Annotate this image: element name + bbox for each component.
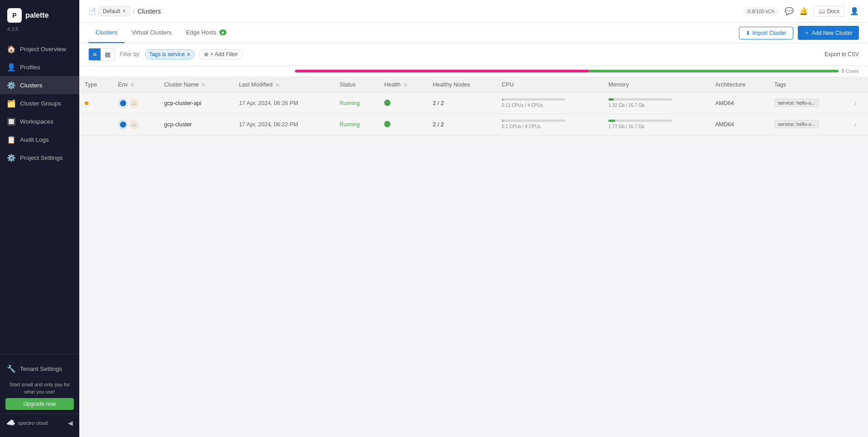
breadcrumb: 📄 Default ▼ / Clusters [88, 6, 738, 16]
topbar-actions: 0.8/100 kCh 💬 🔔 📖 Docs 👤 [743, 6, 859, 17]
workspace-label: Default [103, 8, 120, 14]
sidebar-nav: 🏠 Project Overview 👤 Profiles ⚙️ Cluster… [0, 36, 79, 354]
spectro-logo-icon: ☁️ [6, 418, 15, 427]
sidebar-item-label: Project Overview [20, 46, 66, 53]
breadcrumb-separator: / [133, 8, 135, 14]
sidebar-item-label: Audit Logs [20, 136, 49, 143]
sidebar-item-project-settings[interactable]: ⚙️ Project Settings [0, 149, 79, 167]
chevron-down-icon: ▼ [122, 9, 126, 14]
sidebar-item-audit-logs[interactable]: 📋 Audit Logs [0, 130, 79, 149]
tenant-settings-icon: 🔧 [7, 365, 15, 373]
filter-tag-text: Tags is service [149, 51, 185, 58]
sidebar-upgrade: Start small and only pay for what you us… [5, 381, 74, 410]
audit-logs-icon: 📋 [7, 135, 15, 144]
app-logo-icon: P [7, 8, 22, 23]
import-icon: ⬇ [746, 30, 750, 36]
main-content: 📄 Default ▼ / Clusters 0.8/100 kCh 💬 🔔 📖… [79, 0, 868, 437]
filter-bar: ≡ ▦ Filter by: Tags is service × ⊕ + Add… [79, 43, 868, 66]
export-csv-button[interactable]: Export to CSV [825, 51, 859, 58]
tab-virtual-clusters-label: Virtual Clusters [132, 29, 172, 36]
list-view-button[interactable]: ≡ [89, 48, 101, 60]
view-toggle: ≡ ▦ [88, 48, 115, 61]
sidebar-footer: ☁️ spectro cloud ◀ [0, 413, 79, 432]
profiles-icon: 👤 [7, 63, 15, 71]
plus-icon: ＋ [804, 29, 810, 37]
chat-icon[interactable]: 💬 [785, 7, 794, 15]
resource-available-fill [588, 70, 839, 72]
sidebar-item-label: Project Settings [20, 154, 63, 161]
sidebar-item-clusters[interactable]: ⚙️ Clusters [0, 76, 79, 94]
tab-edge-hosts-label: Edge Hosts [186, 29, 217, 36]
upgrade-text: Start small and only pay for what you us… [5, 381, 74, 395]
resource-bar-track [295, 70, 839, 72]
app-version: 4.3.6 [0, 25, 79, 36]
tabs: Clusters Virtual Clusters Edge Hosts ● [88, 23, 234, 43]
resource-used-fill [295, 70, 588, 72]
sidebar-logo: P palette [0, 0, 79, 25]
project-overview-icon: 🏠 [7, 45, 15, 53]
resource-cores-label: 8 Cores [841, 68, 859, 74]
sidebar-item-project-overview[interactable]: 🏠 Project Overview [0, 40, 79, 58]
add-filter-button[interactable]: ⊕ + Add Filter [199, 49, 243, 59]
sidebar-item-label: Clusters [20, 82, 43, 89]
clusters-icon: ⚙️ [7, 81, 15, 89]
project-settings-icon: ⚙️ [7, 154, 15, 162]
add-filter-icon: ⊕ [204, 51, 208, 58]
sidebar-item-tenant-settings[interactable]: 🔧 Tenant Settings [0, 360, 79, 378]
grid-view-button[interactable]: ▦ [101, 48, 115, 60]
filter-by-label: Filter by: [120, 51, 140, 58]
upgrade-button[interactable]: Upgrade now [5, 398, 74, 410]
breadcrumb-workspace[interactable]: Default ▼ [99, 6, 130, 16]
edge-hosts-badge: ● [219, 29, 227, 35]
docs-icon: 📖 [819, 8, 825, 14]
workspaces-icon: 🔲 [7, 117, 15, 125]
sidebar-bottom: 🔧 Tenant Settings Start small and only p… [0, 354, 79, 437]
breadcrumb-current: Clusters [138, 8, 161, 15]
docs-button[interactable]: 📖 Docs [814, 6, 844, 17]
cluster-groups-icon: 🗂️ [7, 99, 15, 107]
breadcrumb-file-icon: 📄 [88, 8, 96, 15]
sidebar-item-label: Tenant Settings [20, 365, 62, 372]
tabs-bar: Clusters Virtual Clusters Edge Hosts ● ⬇… [79, 23, 868, 43]
sidebar-item-workspaces[interactable]: 🔲 Workspaces [0, 112, 79, 130]
collapse-sidebar-button[interactable]: ◀ [68, 419, 73, 427]
sidebar-item-label: Workspaces [20, 118, 53, 125]
topbar: 📄 Default ▼ / Clusters 0.8/100 kCh 💬 🔔 📖… [79, 0, 868, 23]
bell-icon[interactable]: 🔔 [799, 7, 808, 15]
tab-clusters-label: Clusters [96, 29, 117, 36]
usage-indicator: 0.8/100 kCh [743, 7, 779, 15]
app-name: palette [25, 11, 49, 19]
filter-left: ≡ ▦ Filter by: Tags is service × ⊕ + Add… [88, 48, 243, 61]
spectro-brand-text: spectro cloud [18, 420, 48, 426]
spectro-brand: ☁️ spectro cloud [6, 418, 48, 427]
cluster-table-container: Type Env ⇅ Cluster Name ⇅ Last Modified … [79, 77, 868, 135]
active-filter-tag: Tags is service × [145, 49, 194, 59]
sidebar-item-profiles[interactable]: 👤 Profiles [0, 58, 79, 76]
sidebar-item-label: Profiles [20, 64, 40, 71]
tab-clusters[interactable]: Clusters [88, 23, 125, 43]
filter-tag-close-button[interactable]: × [187, 51, 190, 58]
tabs-actions: ⬇ Import Cluster ＋ Add New Cluster [739, 26, 859, 40]
tab-edge-hosts[interactable]: Edge Hosts ● [179, 23, 234, 43]
popup-overlay[interactable]: Updates Available 🔵 ☁️ gcp-cluster-api 🔵… [79, 77, 868, 135]
sidebar: P palette 4.3.6 🏠 Project Overview 👤 Pro… [0, 0, 79, 437]
tab-virtual-clusters[interactable]: Virtual Clusters [125, 23, 179, 43]
sidebar-item-label: Cluster Groups [20, 100, 61, 107]
sidebar-item-cluster-groups[interactable]: 🗂️ Cluster Groups [0, 94, 79, 112]
user-avatar[interactable]: 👤 [850, 7, 859, 15]
resource-bar: 8 Cores [79, 66, 868, 77]
import-cluster-button[interactable]: ⬇ Import Cluster [739, 27, 793, 39]
add-cluster-button[interactable]: ＋ Add New Cluster [798, 26, 859, 40]
